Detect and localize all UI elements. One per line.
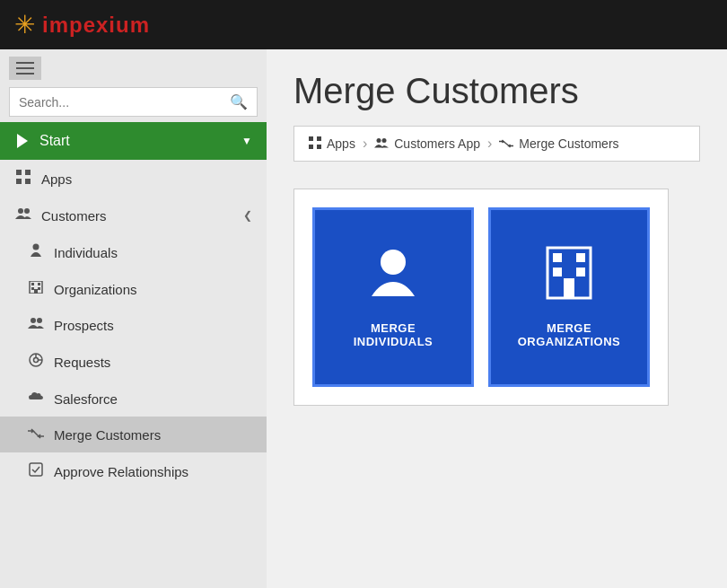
- svg-rect-13: [34, 289, 38, 294]
- hamburger-button[interactable]: [9, 57, 41, 80]
- svg-rect-25: [317, 145, 321, 149]
- sidebar-item-prospects[interactable]: Prospects: [0, 307, 267, 343]
- breadcrumb-apps-icon: [309, 136, 321, 152]
- merge-organizations-card[interactable]: MERGEORGANIZATIONS: [488, 207, 650, 387]
- start-item-left: Start: [14, 133, 70, 149]
- svg-rect-34: [576, 268, 585, 276]
- svg-rect-1: [16, 170, 22, 175]
- hamburger-line-3: [16, 73, 34, 75]
- svg-rect-4: [25, 179, 31, 184]
- sidebar-item-salesforce[interactable]: Salesforce: [0, 381, 267, 417]
- sidebar-item-apps[interactable]: Apps: [0, 160, 267, 197]
- svg-rect-3: [16, 179, 22, 184]
- svg-point-14: [31, 318, 36, 323]
- breadcrumb-sep-1: ›: [363, 136, 367, 152]
- logo-star-icon: ✳: [14, 10, 35, 39]
- svg-rect-11: [31, 287, 34, 290]
- svg-point-7: [33, 244, 39, 250]
- svg-rect-33: [553, 268, 562, 276]
- page-title: Merge Customers: [293, 71, 700, 111]
- sidebar-item-organizations-label: Organizations: [54, 282, 137, 297]
- svg-rect-35: [564, 278, 574, 298]
- breadcrumb-customers-app-label: Customers App: [394, 136, 480, 151]
- sidebar-item-customers[interactable]: Customers ❮: [0, 197, 267, 233]
- svg-point-26: [377, 138, 381, 143]
- svg-point-29: [381, 250, 406, 275]
- svg-rect-23: [317, 136, 321, 141]
- breadcrumb-merge-customers[interactable]: Merge Customers: [499, 136, 618, 151]
- merge-individuals-card[interactable]: MERGEINDIVIDUALS: [312, 207, 474, 387]
- svg-rect-9: [31, 283, 34, 285]
- search-input[interactable]: [19, 95, 230, 110]
- cards-container: MERGEINDIVIDUALS MERGEORGANIZATIONS: [293, 189, 669, 406]
- prospects-icon: [27, 317, 45, 333]
- sidebar-item-individuals[interactable]: Individuals: [0, 233, 267, 271]
- approve-relationships-icon: [27, 462, 45, 480]
- hamburger-line-2: [16, 67, 34, 69]
- content-area: Merge Customers Apps › Customers App ›: [267, 49, 727, 588]
- svg-rect-32: [576, 253, 585, 262]
- sidebar-item-requests[interactable]: Requests: [0, 343, 267, 381]
- breadcrumb-customers-icon: [374, 136, 389, 151]
- merge-customers-icon: [27, 426, 45, 443]
- logo: ✳ impexium: [14, 10, 150, 39]
- sidebar-item-approve-relationships[interactable]: Approve Relationships: [0, 452, 267, 490]
- sidebar-item-organizations[interactable]: Organizations: [0, 271, 267, 307]
- svg-rect-2: [25, 170, 31, 175]
- svg-point-27: [382, 138, 387, 143]
- svg-point-15: [37, 318, 42, 323]
- svg-rect-21: [30, 463, 42, 476]
- svg-rect-22: [309, 136, 313, 141]
- sidebar-item-prospects-label: Prospects: [54, 318, 114, 333]
- svg-rect-24: [309, 145, 313, 149]
- search-bar: 🔍: [9, 87, 258, 117]
- customers-icon: [14, 207, 32, 224]
- apps-icon: [14, 170, 32, 188]
- search-icon: 🔍: [230, 93, 248, 110]
- merge-individuals-icon: [368, 246, 418, 307]
- hamburger-line-1: [16, 62, 34, 64]
- breadcrumb-apps-label: Apps: [327, 136, 355, 151]
- breadcrumb-merge-icon: [499, 136, 513, 151]
- breadcrumb-merge-customers-label: Merge Customers: [519, 136, 618, 151]
- svg-rect-10: [38, 283, 40, 285]
- svg-rect-12: [38, 287, 40, 290]
- sidebar-item-salesforce-label: Salesforce: [54, 391, 118, 407]
- logo-text: impexium: [42, 13, 150, 38]
- start-label: Start: [39, 133, 70, 149]
- breadcrumb-apps[interactable]: Apps: [309, 136, 355, 152]
- sidebar-top: [0, 49, 267, 87]
- svg-point-5: [18, 208, 23, 214]
- breadcrumb: Apps › Customers App › Merge Customers: [293, 126, 700, 162]
- svg-point-17: [34, 358, 39, 363]
- breadcrumb-customers-app[interactable]: Customers App: [374, 136, 480, 151]
- start-chevron-icon: ▼: [241, 135, 252, 147]
- sidebar-item-individuals-label: Individuals: [54, 245, 118, 260]
- sidebar-item-merge-customers[interactable]: Merge Customers: [0, 417, 267, 452]
- merge-individuals-label: MERGEINDIVIDUALS: [354, 321, 434, 348]
- customers-chevron-icon: ❮: [243, 209, 252, 222]
- sidebar-item-approve-relationships-label: Approve Relationships: [54, 464, 188, 479]
- svg-line-28: [504, 142, 509, 146]
- main-layout: 🔍 Start ▼ Apps Customers ❮: [0, 49, 727, 588]
- svg-rect-31: [553, 253, 562, 262]
- sidebar: 🔍 Start ▼ Apps Customers ❮: [0, 49, 267, 588]
- salesforce-icon: [27, 391, 45, 407]
- sidebar-item-apps-label: Apps: [41, 171, 72, 187]
- sidebar-item-customers-label: Customers: [41, 208, 107, 224]
- play-icon: [14, 133, 31, 149]
- svg-point-6: [24, 208, 30, 214]
- merge-organizations-icon: [544, 246, 594, 307]
- sidebar-item-requests-label: Requests: [54, 355, 110, 370]
- organizations-icon: [27, 281, 45, 297]
- svg-marker-0: [17, 134, 28, 148]
- individuals-icon: [27, 243, 45, 261]
- app-header: ✳ impexium: [0, 0, 727, 49]
- breadcrumb-sep-2: ›: [487, 136, 492, 152]
- merge-organizations-label: MERGEORGANIZATIONS: [518, 321, 621, 348]
- requests-icon: [27, 353, 45, 371]
- sidebar-item-merge-customers-label: Merge Customers: [54, 427, 161, 443]
- svg-line-20: [33, 431, 39, 436]
- start-nav-item[interactable]: Start ▼: [0, 122, 267, 160]
